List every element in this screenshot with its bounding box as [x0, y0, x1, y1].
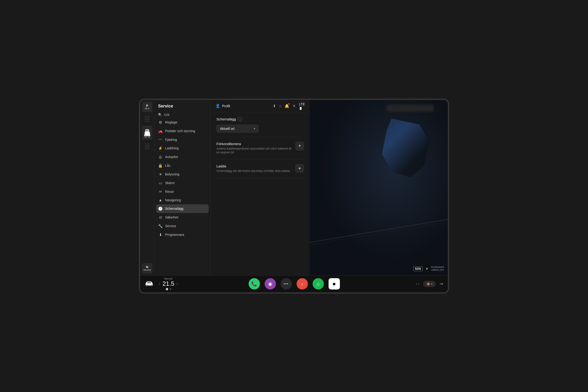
notification-badge [288, 103, 290, 105]
sidebar-item-pedaler[interactable]: 🚗 Pedaler och styrning [154, 127, 210, 136]
sidebar-item-label: Skärm [165, 181, 174, 185]
dot [145, 144, 146, 144]
sidebar-item-label: Lås [165, 164, 170, 168]
divider-bottom [216, 178, 304, 178]
sidebar-item-fjadring[interactable]: 〰 Fjädring [154, 136, 210, 144]
phone-button[interactable]: 📞 [248, 278, 260, 290]
map-content: SOS ⚡ PASSENGERAIRBAG OFF [310, 100, 448, 275]
neutral-button[interactable]: N Neutral [142, 263, 152, 274]
sidebar-item-laddning[interactable]: ⚡ Laddning [154, 144, 210, 152]
spotify-icon: ♫ [316, 281, 320, 287]
ladda-desc: Schemalägg när ditt fordon ska börja och… [216, 169, 292, 173]
music-button[interactable]: ♪ [296, 278, 308, 290]
dot [145, 119, 146, 120]
divider-top [216, 137, 304, 137]
dot [147, 116, 148, 117]
location-dropdown[interactable]: Aktuell ort ▾ [216, 125, 259, 133]
more-apps-button[interactable]: ••• [280, 278, 292, 290]
dot [148, 119, 149, 120]
camera-button[interactable]: ◉ [264, 278, 276, 290]
blurred-overlay [387, 105, 434, 112]
sidebar-item-label: Autopilot [165, 155, 178, 159]
dot [145, 145, 146, 146]
ladda-add-button[interactable]: + [296, 164, 304, 172]
mute-label: × [431, 282, 432, 285]
dot [148, 147, 149, 148]
profile-icon: 👤 [216, 104, 220, 108]
dot [145, 118, 146, 118]
top-bar: 👤 Profil ⬇ ⌂ 🔔 ✳ LTE▐▌ [211, 100, 310, 112]
bottom-right: ‹ › 🔇 × ⇒ [416, 281, 443, 287]
top-icons: ⬇ ⌂ 🔔 ✳ LTE▐▌ [273, 102, 305, 110]
neutral-sublabel: Neutral [144, 269, 151, 271]
temp-increase-button[interactable]: › [177, 282, 178, 286]
map-area: SOS ⚡ PASSENGERAIRBAG OFF [310, 100, 448, 275]
heat-icon: ❄ [170, 288, 172, 290]
home-icon[interactable]: ⌂ [279, 104, 282, 108]
sidebar-item-skarm[interactable]: ▭ Skärm [154, 179, 210, 188]
dot [147, 119, 148, 120]
temp-display: Manuell 21.5 💨 ❄ [162, 278, 174, 290]
sidebar-item-autopilot[interactable]: ◎ Autopilot [154, 152, 210, 161]
spotify-button[interactable]: ♫ [312, 278, 324, 290]
temp-mode-label: Manuell [164, 278, 172, 280]
sidebar-item-service[interactable]: 🔧 Service [154, 222, 210, 230]
square-app-button[interactable]: ■ [328, 278, 340, 290]
screen-frame: P På P [139, 98, 449, 294]
dot [145, 147, 146, 148]
sidebar: Service 🔍 Sök ⚙ Reglage 🚗 Pedaler och st… [154, 100, 211, 275]
svg-point-8 [146, 284, 148, 286]
forkonditionera-title: Förkonditionera [216, 142, 292, 146]
bell-icon[interactable]: 🔔 [284, 104, 289, 108]
suspension-icon: 〰 [158, 138, 163, 142]
road-svg [310, 200, 448, 247]
status-indicators: SOS ⚡ PASSENGERAIRBAG OFF [413, 266, 444, 271]
sidebar-item-programvara[interactable]: ⬇ Programvara [154, 230, 210, 239]
temp-value: 21.5 [162, 280, 174, 287]
section-title-row: Schemalägg i [216, 117, 304, 121]
forkonditionera-add-button[interactable]: + [296, 142, 304, 150]
divider-middle [216, 159, 304, 160]
park-sublabel: På P [145, 108, 150, 110]
autopilot-icon: ◎ [158, 155, 163, 159]
signal-icon[interactable]: LTE▐▌ [299, 102, 305, 110]
bottom-car-icon[interactable] [145, 280, 153, 287]
dot [145, 148, 146, 149]
svg-point-4 [148, 136, 150, 137]
bluetooth-icon[interactable]: ✳ [292, 104, 296, 108]
svg-point-9 [150, 284, 152, 286]
sidebar-item-schemalägg[interactable]: 🕐 Schemalägg [156, 204, 208, 213]
sidebar-item-resor[interactable]: ∞ Resor [154, 188, 210, 196]
sidebar-item-navigering[interactable]: ▲ Navigering [154, 196, 210, 204]
nav-next-button[interactable]: › [418, 282, 419, 286]
search-row[interactable]: 🔍 Sök [154, 112, 210, 118]
nav-arrows: ‹ › [416, 282, 419, 286]
car-icon-container [142, 126, 152, 140]
sidebar-item-label: Fjädring [165, 138, 177, 142]
nav-prev-button[interactable]: ‹ [416, 282, 417, 286]
sidebar-item-belysning[interactable]: ☀ Belysning [154, 170, 210, 179]
screen-icon: ▭ [158, 181, 163, 185]
dot [145, 116, 146, 117]
icon-bar: P På P [140, 100, 154, 275]
sidebar-item-reglage[interactable]: ⚙ Reglage [154, 118, 210, 127]
park-button[interactable]: P På P [142, 102, 152, 112]
sos-label: SOS [413, 266, 422, 271]
navigation-icon: ▲ [158, 198, 163, 202]
route-icon[interactable]: ⇒ [440, 281, 443, 286]
trips-icon: ∞ [158, 190, 163, 194]
lock-icon: 🔒 [158, 164, 163, 168]
info-icon[interactable]: i [238, 117, 242, 121]
profile-label[interactable]: Profil [222, 104, 230, 108]
svg-line-6 [310, 219, 448, 242]
download-icon[interactable]: ⬇ [273, 104, 276, 108]
sidebar-item-sakerhet[interactable]: ⊙ Säkerhet [154, 213, 210, 222]
profile-section: 👤 Profil [216, 104, 269, 108]
fan-icon: 💨 [165, 288, 168, 290]
dot-grid-bottom [145, 142, 149, 151]
sidebar-item-las[interactable]: 🔒 Lås [154, 161, 210, 170]
settings-panel: 👤 Profil ⬇ ⌂ 🔔 ✳ LTE▐▌ [211, 100, 310, 275]
temp-decrease-button[interactable]: ‹ [159, 282, 160, 286]
mute-button[interactable]: 🔇 × [423, 281, 436, 287]
dot-grid-top [145, 114, 149, 124]
